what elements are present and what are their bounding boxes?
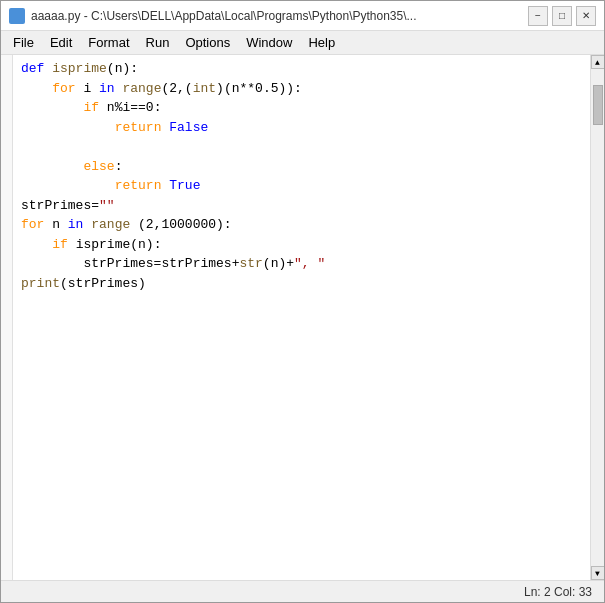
code-editor[interactable]: def isprime(n): for i in range(2,(int)(n… xyxy=(13,55,590,580)
code-content: def isprime(n): for i in range(2,(int)(n… xyxy=(21,59,582,293)
menu-options[interactable]: Options xyxy=(177,33,238,52)
editor-container: def isprime(n): for i in range(2,(int)(n… xyxy=(1,55,604,580)
menu-help[interactable]: Help xyxy=(300,33,343,52)
scrollbar-thumb[interactable] xyxy=(593,85,603,125)
scroll-up-button[interactable]: ▲ xyxy=(591,55,605,69)
scroll-down-button[interactable]: ▼ xyxy=(591,566,605,580)
window-controls: − □ ✕ xyxy=(528,6,596,26)
window-title: aaaaa.py - C:\Users\DELL\AppData\Local\P… xyxy=(31,9,528,23)
menu-bar: File Edit Format Run Options Window Help xyxy=(1,31,604,55)
main-window: aaaaa.py - C:\Users\DELL\AppData\Local\P… xyxy=(0,0,605,603)
menu-edit[interactable]: Edit xyxy=(42,33,80,52)
close-button[interactable]: ✕ xyxy=(576,6,596,26)
title-bar: aaaaa.py - C:\Users\DELL\AppData\Local\P… xyxy=(1,1,604,31)
menu-file[interactable]: File xyxy=(5,33,42,52)
minimize-button[interactable]: − xyxy=(528,6,548,26)
maximize-button[interactable]: □ xyxy=(552,6,572,26)
app-icon xyxy=(9,8,25,24)
menu-run[interactable]: Run xyxy=(138,33,178,52)
menu-format[interactable]: Format xyxy=(80,33,137,52)
status-bar: Ln: 2 Col: 33 xyxy=(1,580,604,602)
left-sidebar xyxy=(1,55,13,580)
cursor-position: Ln: 2 Col: 33 xyxy=(524,585,592,599)
menu-window[interactable]: Window xyxy=(238,33,300,52)
vertical-scrollbar[interactable]: ▲ ▼ xyxy=(590,55,604,580)
